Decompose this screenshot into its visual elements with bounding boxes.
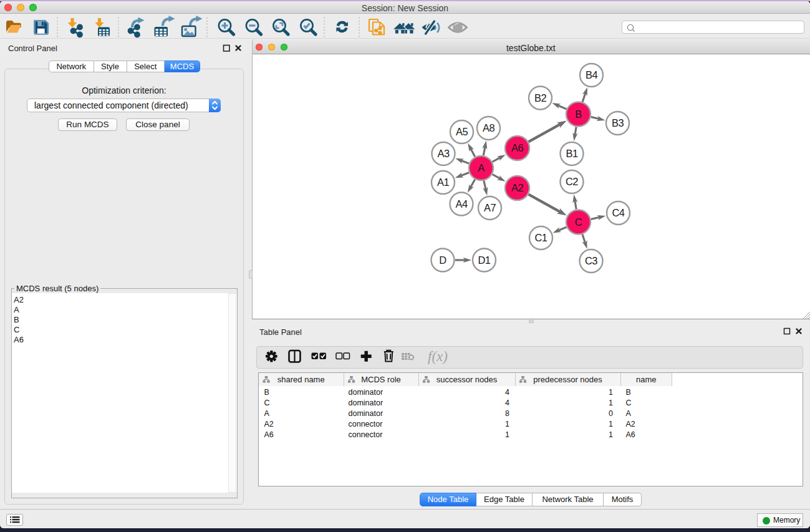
svg-text:A7: A7 — [484, 202, 496, 213]
svg-text:B1: B1 — [566, 148, 578, 159]
svg-text:B4: B4 — [586, 69, 598, 80]
svg-text:C4: C4 — [612, 207, 624, 218]
svg-text:A2: A2 — [511, 182, 524, 193]
svg-text:A: A — [478, 162, 485, 173]
svg-text:C1: C1 — [534, 232, 547, 243]
svg-text:D1: D1 — [478, 254, 490, 266]
svg-text:A4: A4 — [455, 198, 468, 210]
svg-text:A5: A5 — [456, 126, 468, 137]
svg-text:A6: A6 — [511, 142, 524, 153]
svg-text:A1: A1 — [437, 177, 450, 188]
svg-text:A8: A8 — [483, 122, 495, 133]
svg-text:B2: B2 — [534, 92, 547, 104]
svg-text:B: B — [575, 109, 582, 120]
svg-text:A3: A3 — [437, 148, 450, 159]
svg-text:C3: C3 — [585, 255, 597, 266]
svg-text:C: C — [575, 216, 582, 228]
svg-text:B3: B3 — [612, 117, 624, 128]
svg-text:D: D — [439, 254, 446, 266]
svg-text:C2: C2 — [566, 176, 578, 187]
